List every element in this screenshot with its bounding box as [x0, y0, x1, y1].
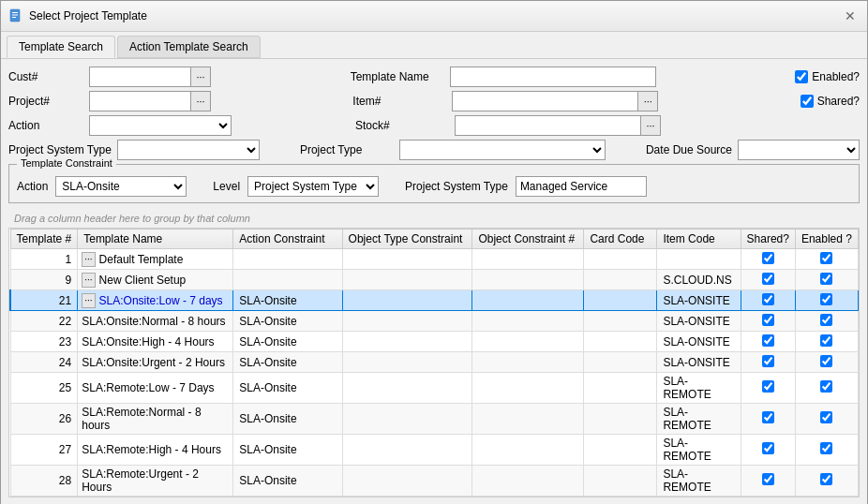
shared-row-checkbox[interactable]: [762, 273, 774, 285]
cell-enabled: [795, 352, 858, 373]
drag-hint: Drag a column header here to group by th…: [8, 209, 860, 228]
enabled-row-checkbox[interactable]: [820, 252, 832, 264]
cell-enabled: [795, 404, 858, 435]
stock-field-container: ···: [455, 115, 661, 136]
enabled-row-checkbox[interactable]: [820, 380, 832, 393]
enabled-row-checkbox[interactable]: [820, 334, 832, 347]
tab-action-template-search[interactable]: Action Template Search: [117, 36, 261, 58]
item-field-container: ···: [452, 91, 658, 111]
shared-row-checkbox[interactable]: [762, 334, 774, 347]
cell-object-type-constraint: [342, 404, 472, 435]
shared-row-checkbox[interactable]: [762, 355, 774, 367]
enabled-row-checkbox[interactable]: [820, 293, 832, 305]
cell-object-type-constraint: [342, 290, 472, 311]
cust-input[interactable]: [89, 67, 190, 87]
cell-object-constraint-num: [472, 311, 584, 332]
cell-object-type-constraint: [342, 373, 472, 404]
cell-object-type-constraint: [342, 249, 472, 270]
table-row[interactable]: 1···Default Template: [10, 249, 859, 270]
cell-item-code: SLA-REMOTE: [657, 435, 741, 466]
select-project-template-dialog: Select Project Template ✕ Template Searc…: [0, 0, 868, 504]
close-button[interactable]: ✕: [841, 7, 860, 25]
enabled-row-checkbox[interactable]: [820, 473, 832, 485]
template-name-input[interactable]: [450, 67, 656, 87]
constraint-action-field: Action SLA-Onsite: [17, 176, 187, 197]
shared-row-checkbox[interactable]: [762, 473, 774, 485]
shared-row-checkbox[interactable]: [762, 411, 774, 423]
constraint-pst-label: Project System Type: [405, 180, 508, 193]
stock-dots-button[interactable]: ···: [640, 115, 661, 136]
project-type-select[interactable]: [399, 140, 606, 160]
table-row[interactable]: 24SLA:Onsite:Urgent - 2 HoursSLA-OnsiteS…: [10, 352, 859, 373]
cell-shared: [741, 311, 795, 332]
dialog-icon: [8, 8, 23, 23]
shared-row-checkbox[interactable]: [762, 293, 774, 305]
item-dots-button[interactable]: ···: [637, 91, 658, 111]
tab-template-search[interactable]: Template Search: [7, 36, 115, 58]
project-system-type-select[interactable]: [117, 140, 260, 160]
template-name-cell: SLA:Remote:High - 4 Hours: [82, 443, 221, 456]
table-row[interactable]: 9···New Client SetupS.CLOUD.NS: [10, 270, 859, 290]
col-object-type-constraint: Object Type Constraint: [342, 230, 472, 249]
row-dots-button[interactable]: ···: [82, 293, 95, 308]
action-select[interactable]: [89, 115, 232, 136]
cell-card-code: [584, 249, 657, 270]
cell-action-constraint: SLA-Onsite: [233, 373, 342, 404]
project-input[interactable]: [89, 91, 190, 111]
svg-rect-2: [12, 15, 18, 16]
row-dots-button[interactable]: ···: [82, 273, 95, 288]
stock-label: Stock#: [355, 119, 449, 132]
col-template-num: Template #: [10, 230, 78, 249]
constraint-row: Action SLA-Onsite Level Project System T…: [17, 170, 851, 197]
cell-action-constraint: SLA-Onsite: [233, 435, 342, 466]
shared-row-checkbox[interactable]: [762, 314, 774, 326]
col-action-constraint: Action Constraint: [233, 230, 342, 249]
cell-item-code: SLA-ONSITE: [657, 311, 741, 332]
table-row[interactable]: 27SLA:Remote:High - 4 HoursSLA-OnsiteSLA…: [10, 435, 859, 466]
col-enabled: Enabled ?: [795, 230, 858, 249]
shared-checkbox[interactable]: [801, 95, 814, 108]
enabled-label-text: Enabled?: [812, 70, 860, 83]
cust-dots-button[interactable]: ···: [190, 67, 211, 87]
project-dots-button[interactable]: ···: [190, 91, 211, 111]
enabled-checkbox[interactable]: [795, 70, 808, 83]
table-row[interactable]: 28SLA:Remote:Urgent - 2 HoursSLA-OnsiteS…: [10, 466, 859, 497]
cell-template-name-outer: SLA:Remote:High - 4 Hours: [78, 435, 233, 466]
enabled-row-checkbox[interactable]: [820, 355, 832, 367]
enabled-row-checkbox[interactable]: [820, 411, 832, 423]
cell-card-code: [584, 435, 657, 466]
shared-checkbox-label: Shared?: [801, 95, 860, 108]
table-row[interactable]: 26SLA:Remote:Normal - 8 hoursSLA-OnsiteS…: [10, 404, 859, 435]
date-due-source-label: Date Due Source: [646, 143, 732, 156]
shared-row-checkbox[interactable]: [762, 252, 774, 264]
cell-object-constraint-num: [472, 290, 584, 311]
cell-template-num: 26: [10, 404, 78, 435]
cell-action-constraint: SLA-Onsite: [233, 290, 342, 311]
table-row[interactable]: 23SLA:Onsite:High - 4 HoursSLA-OnsiteSLA…: [10, 332, 859, 352]
enabled-row-checkbox[interactable]: [820, 273, 832, 285]
shared-row-checkbox[interactable]: [762, 380, 774, 393]
svg-rect-1: [12, 12, 18, 13]
cell-enabled: [795, 311, 858, 332]
date-due-source-select[interactable]: [738, 140, 860, 160]
col-card-code: Card Code: [584, 230, 657, 249]
constraint-action-select[interactable]: SLA-Onsite: [55, 176, 187, 197]
col-template-name: Template Name: [78, 230, 233, 249]
cell-object-constraint-num: [472, 352, 584, 373]
table-row[interactable]: 25SLA:Remote:Low - 7 DaysSLA-OnsiteSLA-R…: [10, 373, 859, 404]
cell-enabled: [795, 466, 858, 497]
col-object-constraint-num: Object Constraint #: [472, 230, 584, 249]
row-dots-button[interactable]: ···: [82, 252, 95, 267]
table-row[interactable]: 22SLA:Onsite:Normal - 8 hoursSLA-OnsiteS…: [10, 311, 859, 332]
table-row[interactable]: 21···SLA:Onsite:Low - 7 daysSLA-OnsiteSL…: [10, 290, 859, 311]
constraint-pst-input[interactable]: [516, 176, 647, 197]
shared-row-checkbox[interactable]: [762, 442, 774, 454]
enabled-row-checkbox[interactable]: [820, 442, 832, 454]
stock-input[interactable]: [455, 115, 640, 136]
cell-action-constraint: SLA-Onsite: [233, 332, 342, 352]
cell-enabled: [795, 435, 858, 466]
item-input[interactable]: [452, 91, 637, 111]
constraint-level-select[interactable]: Project System Type: [247, 176, 379, 197]
cell-object-type-constraint: [342, 270, 472, 290]
enabled-row-checkbox[interactable]: [820, 314, 832, 326]
